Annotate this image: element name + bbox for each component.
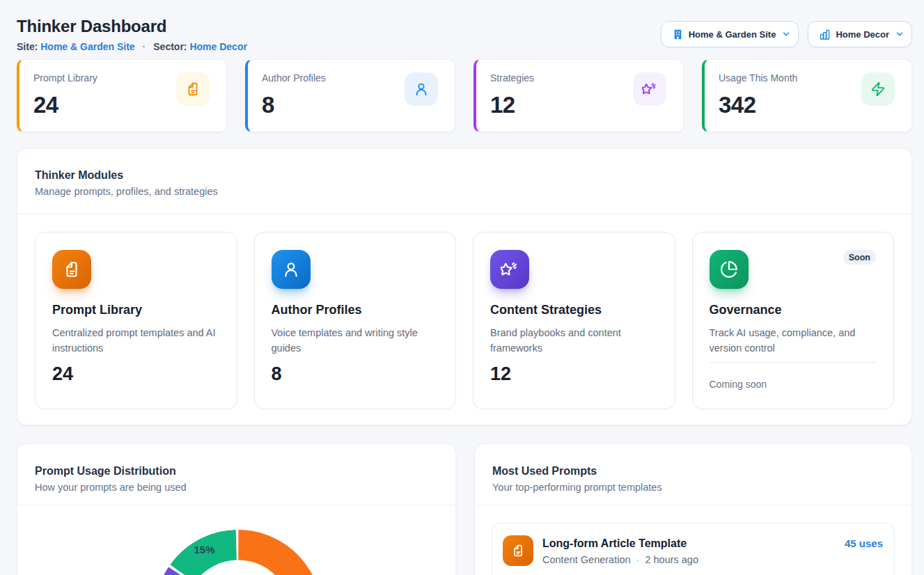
svg-text:15%: 15% <box>194 544 214 556</box>
